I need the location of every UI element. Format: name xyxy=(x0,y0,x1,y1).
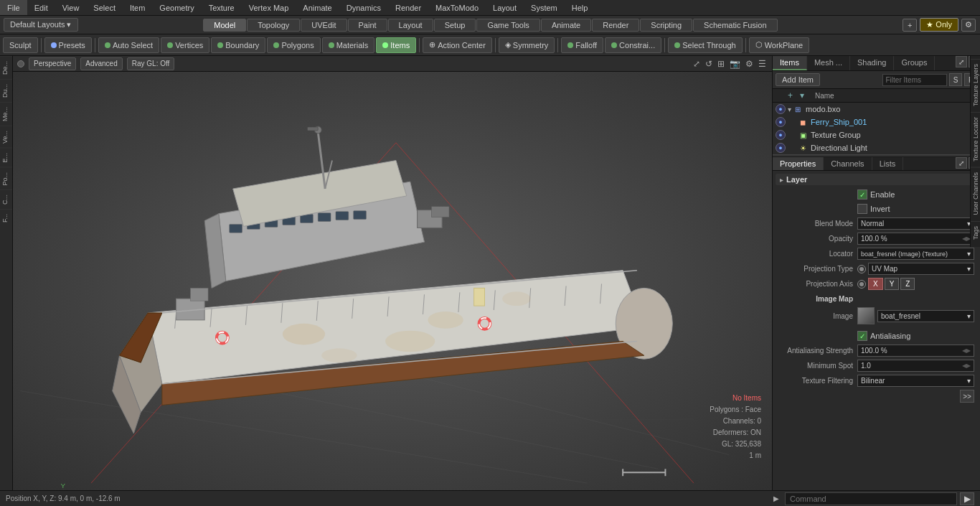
texture-filtering-dropdown[interactable]: Bilinear ▾ xyxy=(857,375,974,387)
viewport-icon-expand[interactable]: ⤢ xyxy=(692,58,702,70)
list-item[interactable]: ● ◼ Ferry_Ship_001 xyxy=(773,116,980,128)
viewport-icon-settings[interactable]: ⚙ xyxy=(744,58,755,70)
s-button[interactable]: S xyxy=(949,73,962,86)
right-tab-user-channels[interactable]: User Channels xyxy=(971,167,980,220)
item-visibility-toggle[interactable]: ● xyxy=(776,143,786,153)
left-tab-polygon[interactable]: Po... xyxy=(0,167,12,190)
boundary-button[interactable]: Boundary xyxy=(211,37,265,53)
menu-edit[interactable]: Edit xyxy=(27,0,55,15)
viewport[interactable]: Perspective Advanced Ray GL: Off ⤢ ↺ ⊞ 📷… xyxy=(13,56,772,490)
menu-dynamics[interactable]: Dynamics xyxy=(339,0,388,15)
panel-tab-shading[interactable]: Shading xyxy=(850,56,894,70)
menu-animate[interactable]: Animate xyxy=(296,0,339,15)
menu-file[interactable]: File xyxy=(0,0,27,15)
viewport-icon-grid[interactable]: ⊞ xyxy=(716,58,726,70)
image-dropdown[interactable]: boat_fresnel ▾ xyxy=(877,310,974,322)
ray-gl-button[interactable]: Ray GL: Off xyxy=(127,57,175,70)
viewport-icon-camera[interactable]: 📷 xyxy=(728,58,742,70)
add-icon[interactable]: + xyxy=(788,90,793,100)
tab-layout[interactable]: Layout xyxy=(388,19,433,32)
panel-tab-mesh[interactable]: Mesh ... xyxy=(807,56,850,70)
viewport-icon-reset[interactable]: ↺ xyxy=(704,58,714,70)
items-button[interactable]: Items xyxy=(376,37,416,53)
list-item[interactable]: ● ☀ Directional Light xyxy=(773,141,980,154)
blend-mode-dropdown[interactable]: Normal ▾ xyxy=(857,217,974,230)
workplane-button[interactable]: ⬡ WorkPlane xyxy=(749,37,810,53)
expand-props-button[interactable]: >> xyxy=(960,390,974,403)
advanced-button[interactable]: Advanced xyxy=(80,57,122,70)
props-tab-lists[interactable]: Lists xyxy=(872,157,904,170)
filter-items-input[interactable] xyxy=(882,74,947,86)
menu-item[interactable]: Item xyxy=(123,0,152,15)
menu-view[interactable]: View xyxy=(55,0,87,15)
left-tab-default[interactable]: De... xyxy=(0,56,12,79)
layout-settings-button[interactable]: ⚙ xyxy=(961,19,976,32)
props-expand-button[interactable]: ⤢ xyxy=(956,157,967,169)
tab-animate[interactable]: Animate xyxy=(541,19,591,32)
tab-game-tools[interactable]: Game Tools xyxy=(476,19,540,32)
menu-system[interactable]: System xyxy=(524,0,565,15)
default-layouts-dropdown[interactable]: Default Layouts ▾ xyxy=(4,18,78,32)
list-item[interactable]: ● ▣ Texture Group xyxy=(773,128,980,141)
command-go-button[interactable]: ▶ xyxy=(960,492,974,505)
left-tab-vertex[interactable]: Ve... xyxy=(0,126,12,148)
expand-arrow-icon[interactable]: ▾ xyxy=(788,106,791,113)
tab-paint[interactable]: Paint xyxy=(348,19,387,32)
props-tab-properties[interactable]: Properties xyxy=(773,157,824,170)
constrai-button[interactable]: Constrai... xyxy=(605,37,661,53)
tab-model[interactable]: Model xyxy=(203,19,246,32)
menu-help[interactable]: Help xyxy=(565,0,595,15)
layer-section-header[interactable]: ▸ Layer xyxy=(776,174,977,185)
image-thumbnail[interactable] xyxy=(857,307,875,324)
presets-button[interactable]: Presets xyxy=(44,37,92,53)
menu-render[interactable]: Render xyxy=(388,0,428,15)
enable-checkbox[interactable]: ✓ xyxy=(857,189,867,200)
action-center-button[interactable]: ⊕ Action Center xyxy=(423,37,492,53)
menu-geometry[interactable]: Geometry xyxy=(152,0,201,15)
filter-icon[interactable]: ▾ xyxy=(800,90,804,100)
viewport-dot[interactable] xyxy=(17,60,24,67)
menu-vertex-map[interactable]: Vertex Map xyxy=(242,0,296,15)
falloff-button[interactable]: Falloff xyxy=(561,37,603,53)
panel-tab-groups[interactable]: Groups xyxy=(894,56,935,70)
add-item-button[interactable]: Add Item xyxy=(776,73,820,86)
invert-checkbox[interactable] xyxy=(857,204,867,214)
right-tab-tags[interactable]: Tags xyxy=(971,221,980,244)
z-axis-button[interactable]: Z xyxy=(900,278,915,290)
select-through-button[interactable]: Select Through xyxy=(668,37,742,53)
3d-viewport[interactable]: X Y Z No Items Polygons : Face Channels:… xyxy=(13,72,772,490)
star-only-button[interactable]: ★ Only xyxy=(920,18,958,32)
x-axis-button[interactable]: X xyxy=(868,278,883,290)
command-arrow-icon[interactable]: ▶ xyxy=(773,495,779,502)
list-item[interactable]: ● ▾ ⊞ modo.bxo xyxy=(773,103,980,116)
tab-schematic-fusion[interactable]: Schematic Fusion xyxy=(693,19,777,32)
menu-select[interactable]: Select xyxy=(86,0,123,15)
left-tab-c[interactable]: C... xyxy=(0,189,12,209)
props-tab-channels[interactable]: Channels xyxy=(824,157,872,170)
projection-type-dropdown[interactable]: UV Map ▾ xyxy=(868,263,974,275)
vertices-button[interactable]: Vertices xyxy=(161,37,209,53)
left-tab-edge[interactable]: E... xyxy=(0,148,12,167)
item-visibility-toggle[interactable]: ● xyxy=(776,117,786,127)
menu-layout[interactable]: Layout xyxy=(486,0,524,15)
add-layout-button[interactable]: + xyxy=(903,19,917,32)
opacity-value[interactable]: 100.0 % ◀▶ xyxy=(857,233,974,245)
tab-topology[interactable]: Topology xyxy=(247,19,300,32)
view-type-button[interactable]: Perspective xyxy=(29,57,76,70)
viewport-icon-menu[interactable]: ☰ xyxy=(757,58,768,70)
tab-scripting[interactable]: Scripting xyxy=(640,19,692,32)
materials-button[interactable]: Materials xyxy=(322,37,375,53)
tab-uvedit[interactable]: UVEdit xyxy=(301,19,347,32)
y-axis-button[interactable]: Y xyxy=(885,278,900,290)
right-tab-texture-layers[interactable]: Texture Layers xyxy=(971,59,980,111)
tab-render[interactable]: Render xyxy=(592,19,639,32)
right-tab-texture-locator[interactable]: Texture Locator xyxy=(971,112,980,166)
menu-maxtomodo[interactable]: MaxToModo xyxy=(428,0,486,15)
tab-setup[interactable]: Setup xyxy=(434,19,476,32)
left-tab-mesh[interactable]: Me... xyxy=(0,102,12,126)
left-tab-f[interactable]: F... xyxy=(0,209,12,227)
item-visibility-toggle[interactable]: ● xyxy=(776,104,786,114)
panel-expand-button[interactable]: ⤢ xyxy=(956,56,967,67)
command-input[interactable] xyxy=(785,492,957,505)
menu-texture[interactable]: Texture xyxy=(202,0,242,15)
